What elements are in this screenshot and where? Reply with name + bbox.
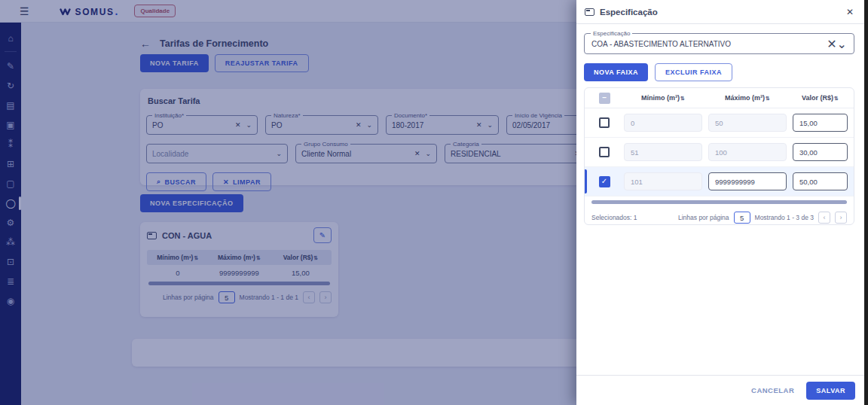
valor-input[interactable] xyxy=(793,172,848,190)
clear-icon[interactable]: ✕ xyxy=(827,37,836,51)
selected-count-label: Selecionados: 1 xyxy=(591,214,678,221)
minimo-input xyxy=(624,143,702,161)
chevron-down-icon[interactable]: ⌄ xyxy=(837,37,847,51)
especificacao-select[interactable]: Especificação COA - ABASTECIMENTO ALTERN… xyxy=(584,33,854,54)
column-header-maximo[interactable]: Máximo (m³)⇅ xyxy=(708,94,787,102)
faixa-row-3-selected: ✓ xyxy=(585,167,854,196)
nova-faixa-button[interactable]: NOVA FAIXA xyxy=(584,63,648,81)
showing-label: Mostrando 1 - 3 de 3 xyxy=(755,214,814,221)
valor-input[interactable] xyxy=(793,114,848,132)
minimo-input xyxy=(624,172,702,190)
select-all-checkbox[interactable]: – xyxy=(599,93,610,104)
especificacao-value: COA - ABASTECIMENTO ALTERNATIVO xyxy=(591,40,827,48)
row-checkbox[interactable] xyxy=(599,117,610,128)
maximo-input[interactable] xyxy=(708,172,787,190)
valor-input[interactable] xyxy=(793,143,848,161)
maximo-input xyxy=(708,143,787,161)
card-icon xyxy=(585,8,594,16)
excluir-faixa-button[interactable]: EXCLUIR FAIXA xyxy=(655,63,732,81)
column-label: Valor (R$) xyxy=(802,94,833,102)
drawer-header: Especificação ✕ xyxy=(576,0,864,24)
chevron-left-icon: ‹ xyxy=(824,214,826,221)
drawer-title: Especificação xyxy=(600,8,841,17)
horizontal-scrollbar[interactable] xyxy=(591,200,847,204)
maximo-input xyxy=(708,114,787,132)
drawer-actions: NOVA FAIXA EXCLUIR FAIXA xyxy=(584,63,732,81)
column-header-valor[interactable]: Valor (R$)⇅ xyxy=(793,94,848,102)
rows-per-page-label: Linhas por página xyxy=(678,214,729,221)
column-label: Máximo (m³) xyxy=(725,94,765,102)
column-label: Mínimo (m³) xyxy=(641,94,680,102)
faixas-table-footer: Selecionados: 1 Linhas por página 5 Most… xyxy=(585,206,854,225)
faixas-table-header: – Mínimo (m³)⇅ Máximo (m³)⇅ Valor (R$)⇅ xyxy=(585,88,854,108)
row-checkbox[interactable] xyxy=(599,147,610,157)
drawer-footer: CANCELAR SALVAR xyxy=(576,375,864,405)
chevron-right-icon: › xyxy=(840,214,842,221)
faixa-row-2 xyxy=(585,138,854,167)
especificacao-drawer: Especificação ✕ Especificação COA - ABAS… xyxy=(576,0,864,405)
faixas-pagination: Linhas por página 5 Mostrando 1 - 3 de 3… xyxy=(678,212,847,224)
faixas-table-card: – Mínimo (m³)⇅ Máximo (m³)⇅ Valor (R$)⇅ … xyxy=(584,87,854,225)
close-icon[interactable]: ✕ xyxy=(846,7,854,17)
row-checkbox-checked[interactable]: ✓ xyxy=(599,176,610,187)
minimo-input xyxy=(624,114,702,132)
especificacao-label: Especificação xyxy=(591,30,632,37)
next-page-button[interactable]: › xyxy=(835,212,847,224)
prev-page-button[interactable]: ‹ xyxy=(818,212,830,224)
browser-scrollbar[interactable] xyxy=(864,0,868,405)
salvar-button[interactable]: SALVAR xyxy=(806,382,855,400)
column-header-minimo[interactable]: Mínimo (m³)⇅ xyxy=(624,94,702,102)
sort-icon: ⇅ xyxy=(834,96,839,101)
sort-icon: ⇅ xyxy=(680,96,685,101)
cancelar-button[interactable]: CANCELAR xyxy=(751,386,794,394)
rows-per-page-select[interactable]: 5 xyxy=(734,212,750,224)
faixa-row-1 xyxy=(585,108,854,138)
sort-icon: ⇅ xyxy=(766,96,770,101)
app-screen: ☰ SOMUS . Qualidade ⌂ ✎ ↻ ▤ ▣ ⁑ ⊞ ▢ ◯ ⚙ … xyxy=(0,0,868,405)
